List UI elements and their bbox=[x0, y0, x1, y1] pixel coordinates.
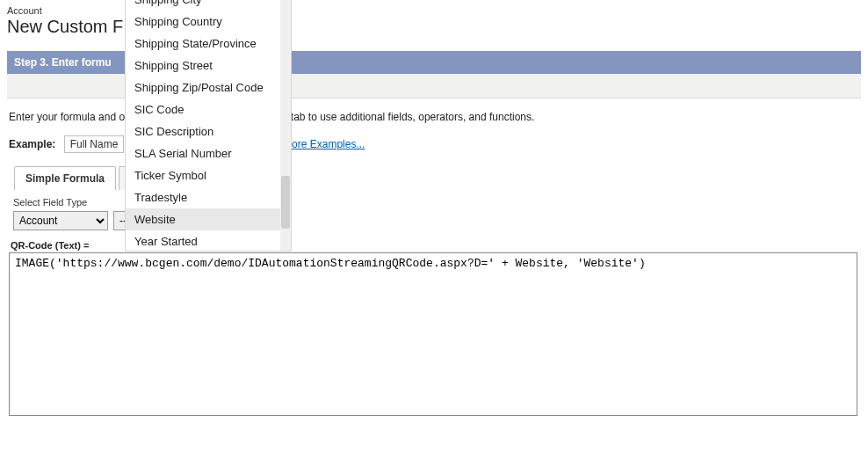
tab-simple-formula[interactable]: Simple Formula bbox=[14, 166, 116, 190]
formula-textarea[interactable]: IMAGE('https://www.bcgen.com/demo/IDAuto… bbox=[9, 252, 857, 416]
dropdown-item[interactable]: Year Started bbox=[126, 230, 291, 251]
example-label: Example: bbox=[9, 138, 55, 150]
dropdown-item[interactable]: Shipping Country bbox=[126, 11, 291, 33]
dropdown-item[interactable]: Tradestyle bbox=[126, 186, 291, 208]
dropdown-item-highlighted[interactable]: Website bbox=[126, 208, 291, 230]
dropdown-item[interactable]: SIC Description bbox=[126, 120, 291, 142]
merge-field-dropdown-list: Shipping City Shipping Country Shipping … bbox=[125, 0, 292, 252]
dropdown-item[interactable]: Ticker Symbol bbox=[126, 164, 291, 186]
more-examples-link[interactable]: ore Examples... bbox=[292, 138, 365, 150]
example-value: Full Name bbox=[64, 135, 125, 153]
dropdown-item[interactable]: Shipping State/Province bbox=[126, 33, 291, 55]
dropdown-item[interactable]: Shipping Zip/Postal Code bbox=[126, 77, 291, 98]
dropdown-scroll-thumb[interactable] bbox=[281, 176, 290, 229]
dropdown-item[interactable]: Shipping Street bbox=[126, 55, 291, 77]
dropdown-item[interactable]: Shipping City bbox=[126, 0, 291, 11]
dropdown-item[interactable]: SLA Serial Number bbox=[126, 142, 291, 164]
dropdown-scrollbar[interactable] bbox=[280, 0, 291, 251]
field-type-select[interactable]: Account bbox=[13, 211, 108, 230]
dropdown-item[interactable]: SIC Code bbox=[126, 98, 291, 120]
